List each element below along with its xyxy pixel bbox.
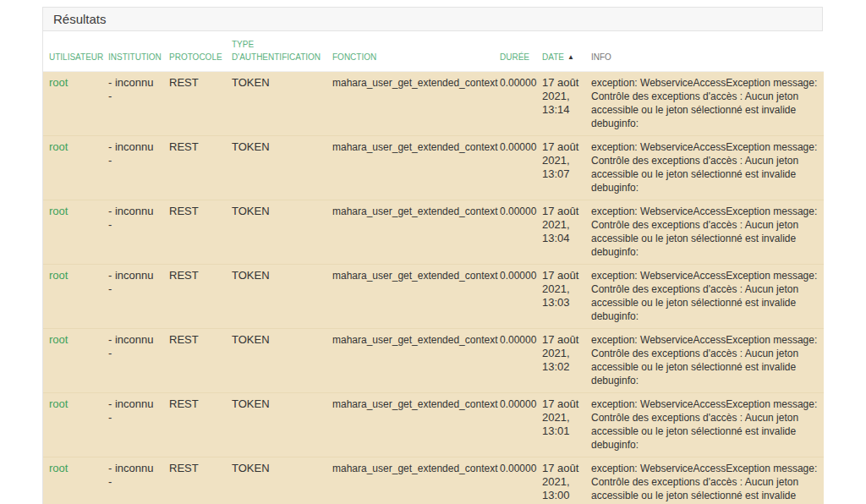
exception-message: exception: WebserviceAccessException mes… bbox=[591, 76, 818, 130]
cell-duree: 0.00000 bbox=[494, 329, 536, 393]
cell-utilisateur: root bbox=[43, 393, 102, 457]
results-panel-heading: Résultats bbox=[43, 8, 822, 31]
user-link[interactable]: root bbox=[49, 397, 68, 410]
cell-type-authentification: TOKEN bbox=[226, 200, 326, 265]
cell-info: exception: WebserviceAccessException mes… bbox=[585, 265, 824, 329]
results-table-body: root - inconnu - REST TOKEN mahara_user_… bbox=[43, 72, 824, 504]
cell-fonction: mahara_user_get_extended_context bbox=[326, 393, 494, 457]
column-header-utilisateur[interactable]: UTILISATEUR bbox=[43, 31, 102, 72]
cell-institution: - inconnu - bbox=[102, 329, 163, 393]
cell-institution: - inconnu - bbox=[102, 457, 163, 504]
cell-type-authentification: TOKEN bbox=[226, 393, 326, 457]
cell-date: 17 août 2021, 13:04 bbox=[536, 200, 585, 265]
cell-utilisateur: root bbox=[43, 200, 102, 265]
cell-info: exception: WebserviceAccessException mes… bbox=[585, 329, 824, 393]
user-link[interactable]: root bbox=[49, 205, 68, 217]
cell-utilisateur: root bbox=[43, 329, 102, 393]
cell-institution: - inconnu - bbox=[102, 136, 163, 200]
column-header-protocole[interactable]: PROTOCOLE bbox=[163, 31, 226, 72]
column-header-fonction[interactable]: FONCTION bbox=[326, 31, 494, 72]
sort-link-type-authentification[interactable]: TYPE D'AUTHENTIFICATION bbox=[232, 40, 321, 62]
column-header-duree[interactable]: DURÉE bbox=[494, 31, 536, 72]
table-row: root - inconnu - REST TOKEN mahara_user_… bbox=[43, 457, 824, 504]
cell-institution: - inconnu - bbox=[102, 200, 163, 265]
cell-duree: 0.00000 bbox=[494, 72, 536, 136]
cell-fonction: mahara_user_get_extended_context bbox=[326, 136, 494, 200]
cell-fonction: mahara_user_get_extended_context bbox=[326, 457, 494, 504]
cell-type-authentification: TOKEN bbox=[226, 329, 326, 393]
cell-info: exception: WebserviceAccessException mes… bbox=[585, 136, 824, 200]
cell-protocole: REST bbox=[163, 200, 226, 265]
sort-link-protocole[interactable]: PROTOCOLE bbox=[169, 52, 222, 62]
cell-type-authentification: TOKEN bbox=[226, 136, 326, 200]
sort-link-duree[interactable]: DURÉE bbox=[500, 52, 529, 62]
cell-protocole: REST bbox=[163, 136, 226, 200]
table-row: root - inconnu - REST TOKEN mahara_user_… bbox=[43, 136, 824, 200]
cell-duree: 0.00000 bbox=[494, 457, 536, 504]
cell-info: exception: WebserviceAccessException mes… bbox=[585, 72, 824, 136]
user-link[interactable]: root bbox=[49, 462, 68, 474]
user-link[interactable]: root bbox=[49, 333, 68, 346]
cell-duree: 0.00000 bbox=[494, 136, 536, 200]
webservice-logs-table: UTILISATEUR INSTITUTION PROTOCOLE TYPE D… bbox=[43, 31, 824, 504]
cell-protocole: REST bbox=[163, 265, 226, 329]
results-panel-title: Résultats bbox=[53, 12, 107, 26]
cell-info: exception: WebserviceAccessException mes… bbox=[585, 200, 824, 265]
table-row: root - inconnu - REST TOKEN mahara_user_… bbox=[43, 200, 824, 265]
column-header-type-authentification[interactable]: TYPE D'AUTHENTIFICATION bbox=[226, 31, 326, 72]
cell-info: exception: WebserviceAccessException mes… bbox=[585, 393, 824, 457]
column-header-institution[interactable]: INSTITUTION bbox=[102, 31, 163, 72]
cell-protocole: REST bbox=[163, 329, 226, 393]
table-row: root - inconnu - REST TOKEN mahara_user_… bbox=[43, 72, 824, 136]
table-row: root - inconnu - REST TOKEN mahara_user_… bbox=[43, 393, 824, 457]
cell-type-authentification: TOKEN bbox=[226, 265, 326, 329]
exception-message: exception: WebserviceAccessException mes… bbox=[591, 333, 818, 387]
exception-message: exception: WebserviceAccessException mes… bbox=[591, 397, 818, 452]
column-header-info: INFO bbox=[585, 31, 824, 72]
user-link[interactable]: root bbox=[49, 140, 68, 153]
exception-message: exception: WebserviceAccessException mes… bbox=[591, 140, 818, 194]
cell-type-authentification: TOKEN bbox=[226, 457, 326, 504]
cell-institution: - inconnu - bbox=[102, 265, 163, 329]
cell-duree: 0.00000 bbox=[494, 265, 536, 329]
user-link[interactable]: root bbox=[49, 269, 68, 282]
cell-institution: - inconnu - bbox=[102, 72, 163, 136]
column-header-date[interactable]: DATE▲ bbox=[536, 31, 585, 72]
cell-duree: 0.00000 bbox=[494, 393, 536, 457]
user-link[interactable]: root bbox=[49, 76, 68, 89]
cell-date: 17 août 2021, 13:14 bbox=[536, 72, 585, 136]
cell-fonction: mahara_user_get_extended_context bbox=[326, 200, 494, 265]
cell-utilisateur: root bbox=[43, 457, 102, 504]
exception-message: exception: WebserviceAccessException mes… bbox=[591, 269, 818, 323]
cell-date: 17 août 2021, 13:01 bbox=[536, 393, 585, 457]
cell-date: 17 août 2021, 13:02 bbox=[536, 329, 585, 393]
results-panel: Résultats UTILISATEUR INSTITUTION PROTOC… bbox=[42, 7, 823, 504]
cell-protocole: REST bbox=[163, 393, 226, 457]
cell-protocole: REST bbox=[163, 457, 226, 504]
table-header: UTILISATEUR INSTITUTION PROTOCOLE TYPE D… bbox=[43, 31, 824, 72]
cell-fonction: mahara_user_get_extended_context bbox=[326, 72, 494, 136]
cell-utilisateur: root bbox=[43, 136, 102, 200]
table-row: root - inconnu - REST TOKEN mahara_user_… bbox=[43, 329, 824, 393]
exception-message: exception: WebserviceAccessException mes… bbox=[591, 205, 818, 259]
cell-fonction: mahara_user_get_extended_context bbox=[326, 265, 494, 329]
cell-date: 17 août 2021, 13:03 bbox=[536, 265, 585, 329]
cell-protocole: REST bbox=[163, 72, 226, 136]
cell-duree: 0.00000 bbox=[494, 200, 536, 265]
cell-institution: - inconnu - bbox=[102, 393, 163, 457]
cell-date: 17 août 2021, 13:07 bbox=[536, 136, 585, 200]
cell-info: exception: WebserviceAccessException mes… bbox=[585, 457, 824, 504]
sort-link-fonction[interactable]: FONCTION bbox=[332, 52, 376, 62]
cell-utilisateur: root bbox=[43, 72, 102, 136]
sort-link-utilisateur[interactable]: UTILISATEUR bbox=[49, 52, 103, 62]
cell-fonction: mahara_user_get_extended_context bbox=[326, 329, 494, 393]
cell-type-authentification: TOKEN bbox=[226, 72, 326, 136]
table-row: root - inconnu - REST TOKEN mahara_user_… bbox=[43, 265, 824, 329]
cell-utilisateur: root bbox=[43, 265, 102, 329]
sort-link-date[interactable]: DATE bbox=[542, 52, 564, 62]
cell-date: 17 août 2021, 13:00 bbox=[536, 457, 585, 504]
exception-message: exception: WebserviceAccessException mes… bbox=[591, 462, 818, 504]
sort-ascending-icon: ▲ bbox=[567, 53, 574, 61]
sort-link-institution[interactable]: INSTITUTION bbox=[108, 52, 162, 62]
